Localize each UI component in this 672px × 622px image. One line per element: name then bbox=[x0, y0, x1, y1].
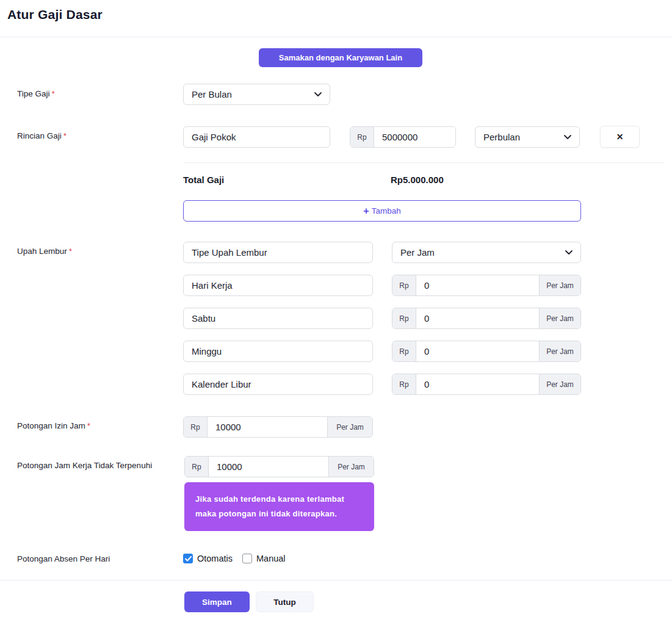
page-title: Atur Gaji Dasar bbox=[7, 7, 103, 22]
potongan-izin-jam-label: Potongan Izin Jam* bbox=[17, 421, 90, 430]
currency-prefix-addon: Rp bbox=[350, 127, 374, 147]
total-gaji-label: Total Gaji bbox=[183, 175, 224, 185]
unit-addon: Per Jam bbox=[539, 374, 580, 394]
close-icon: ✕ bbox=[616, 132, 624, 142]
tutup-button[interactable]: Tutup bbox=[256, 591, 314, 612]
lembur-row-amount-group: Rp Per Jam bbox=[392, 308, 581, 329]
rincian-gaji-name-input[interactable] bbox=[183, 126, 330, 148]
currency-prefix-addon: Rp bbox=[392, 341, 416, 361]
unit-addon: Per Jam bbox=[327, 417, 372, 437]
potongan-absen-options: Otomatis Manual bbox=[183, 554, 286, 563]
tipe-gaji-selected-value: Per Bulan bbox=[192, 89, 232, 99]
rincian-divider bbox=[183, 162, 665, 163]
manual-option[interactable]: Manual bbox=[242, 554, 286, 563]
lembur-row-amount-input[interactable] bbox=[416, 275, 539, 295]
rincian-gaji-label: Rincian Gaji* bbox=[17, 131, 67, 140]
upah-lembur-period-select[interactable]: Per Jam bbox=[392, 242, 581, 263]
tipe-upah-lembur-input[interactable] bbox=[183, 242, 373, 263]
required-asterisk: * bbox=[87, 421, 90, 430]
lembur-row-amount-input[interactable] bbox=[416, 308, 539, 328]
remove-rincian-button[interactable]: ✕ bbox=[600, 126, 640, 148]
total-gaji-value: Rp5.000.000 bbox=[391, 175, 444, 185]
checkbox-unchecked-icon[interactable] bbox=[242, 554, 252, 563]
info-line-1: Jika sudah terdenda karena terlambat bbox=[195, 492, 363, 507]
lembur-row-amount-input[interactable] bbox=[416, 374, 539, 394]
simpan-button[interactable]: Simpan bbox=[184, 591, 250, 612]
chevron-down-icon bbox=[564, 135, 571, 140]
header-divider bbox=[0, 37, 672, 37]
samakan-button-label: Samakan dengan Karyawan Lain bbox=[279, 53, 402, 62]
potongan-jam-kerja-group: Rp Per Jam bbox=[184, 456, 374, 477]
chevron-down-icon bbox=[314, 92, 322, 97]
lembur-row-amount-input[interactable] bbox=[416, 341, 539, 361]
rincian-gaji-amount-group: Rp bbox=[350, 126, 456, 148]
currency-prefix-addon: Rp bbox=[392, 308, 416, 328]
potongan-jam-kerja-input[interactable] bbox=[209, 457, 328, 477]
lembur-row-amount-group: Rp Per Jam bbox=[392, 341, 581, 362]
tutup-button-label: Tutup bbox=[273, 598, 295, 607]
required-asterisk: * bbox=[63, 131, 67, 140]
tipe-gaji-label: Tipe Gaji* bbox=[17, 89, 55, 98]
lembur-row-amount-group: Rp Per Jam bbox=[392, 374, 581, 395]
unit-addon: Per Jam bbox=[539, 308, 580, 328]
potongan-jam-kerja-label: Potongan Jam Kerja Tidak Terpenuhi bbox=[17, 461, 152, 470]
tambah-button[interactable]: + Tambah bbox=[183, 200, 581, 222]
lembur-row-name-input[interactable] bbox=[183, 374, 373, 395]
otomatis-option-label: Otomatis bbox=[197, 554, 233, 563]
currency-prefix-addon: Rp bbox=[184, 417, 208, 437]
lembur-row-name-input[interactable] bbox=[183, 341, 373, 362]
rincian-gaji-amount-input[interactable] bbox=[374, 127, 455, 147]
upah-lembur-period-value: Per Jam bbox=[400, 247, 435, 258]
simpan-button-label: Simpan bbox=[202, 598, 232, 607]
otomatis-option[interactable]: Otomatis bbox=[183, 554, 233, 563]
footer-divider bbox=[0, 580, 672, 580]
rincian-gaji-period-select[interactable]: Perbulan bbox=[475, 126, 580, 148]
currency-prefix-addon: Rp bbox=[392, 374, 416, 394]
chevron-down-icon bbox=[565, 250, 573, 255]
currency-prefix-addon: Rp bbox=[185, 457, 209, 477]
potongan-absen-label: Potongan Absen Per Hari bbox=[17, 554, 110, 563]
tipe-gaji-select[interactable]: Per Bulan bbox=[183, 84, 330, 105]
checkbox-checked-icon[interactable] bbox=[183, 554, 193, 563]
potongan-izin-jam-group: Rp Per Jam bbox=[183, 416, 373, 438]
lembur-row-name-input[interactable] bbox=[183, 275, 373, 296]
lembur-row-name-input[interactable] bbox=[183, 308, 373, 329]
potongan-izin-jam-input[interactable] bbox=[208, 417, 327, 437]
plus-icon: + bbox=[363, 206, 369, 216]
checkmark-icon bbox=[185, 556, 192, 562]
rincian-gaji-period-value: Perbulan bbox=[483, 132, 520, 142]
currency-prefix-addon: Rp bbox=[392, 275, 416, 295]
upah-lembur-label: Upah Lembur* bbox=[17, 247, 72, 256]
required-asterisk: * bbox=[69, 247, 72, 256]
unit-addon: Per Jam bbox=[539, 341, 580, 361]
info-line-2: maka potongan ini tidak diterapkan. bbox=[195, 507, 363, 521]
potongan-info-box: Jika sudah terdenda karena terlambat mak… bbox=[184, 482, 374, 531]
tambah-button-label: Tambah bbox=[372, 206, 401, 215]
atur-gaji-dasar-form: Atur Gaji Dasar Samakan dengan Karyawan … bbox=[0, 0, 672, 622]
unit-addon: Per Jam bbox=[328, 457, 374, 477]
lembur-row-amount-group: Rp Per Jam bbox=[392, 275, 581, 296]
unit-addon: Per Jam bbox=[539, 275, 580, 295]
required-asterisk: * bbox=[52, 89, 55, 98]
manual-option-label: Manual bbox=[256, 554, 286, 563]
samakan-dengan-karyawan-lain-button[interactable]: Samakan dengan Karyawan Lain bbox=[259, 48, 422, 67]
